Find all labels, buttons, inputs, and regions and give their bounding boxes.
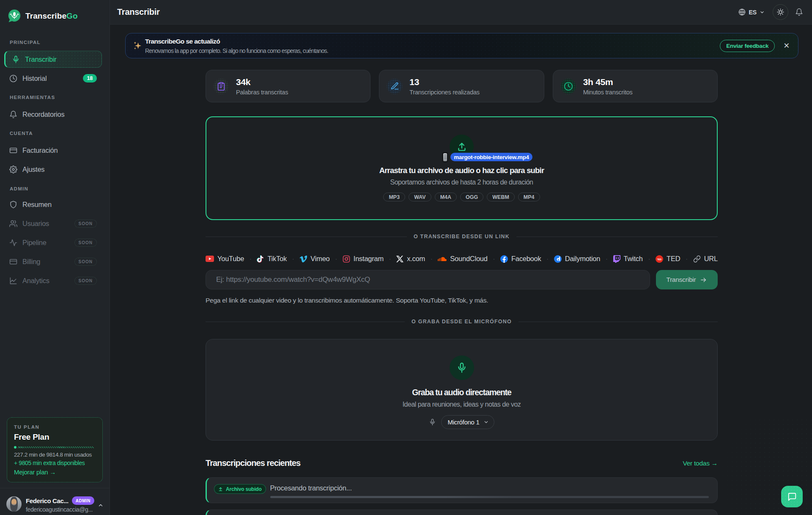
svg-text:TED: TED [657, 258, 661, 260]
